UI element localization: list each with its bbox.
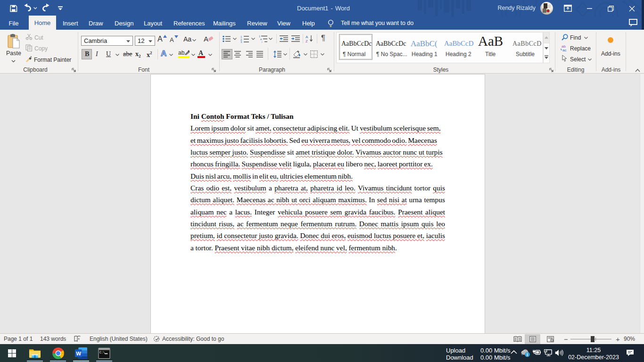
svg-text:Z: Z [305,39,308,43]
svg-text:C:\: C:\ [99,351,105,354]
svg-text:3: 3 [240,41,242,43]
svg-text:ac: ac [562,48,566,52]
svg-text:W: W [76,351,81,356]
svg-text:x: x [78,337,80,341]
svg-text:i: i [262,41,262,43]
svg-text:A: A [305,35,308,39]
